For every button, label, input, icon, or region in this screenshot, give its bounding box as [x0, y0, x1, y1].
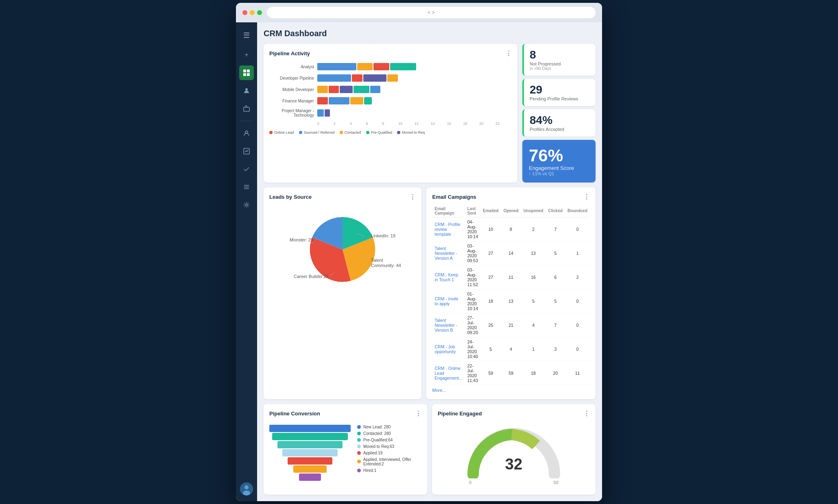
svg-point-10 [244, 485, 249, 489]
pipeline-menu-icon[interactable]: ⋮ [505, 50, 512, 57]
app-layout: ☰ + [236, 22, 602, 501]
sidebar-check-icon[interactable] [239, 162, 254, 176]
url-text: < > [428, 10, 434, 15]
right-stats: 8 Not Progressed in +60 Days 29 Pending … [522, 44, 596, 182]
funnel-label: Hired:1 [363, 468, 376, 473]
campaign-name[interactable]: CRM - Keep in Touch 1 [432, 265, 465, 289]
leads-card: Leads by Source ⋮ [264, 187, 421, 399]
bar-segment [387, 74, 398, 82]
clicked: 6 [546, 265, 565, 289]
maximize-button[interactable] [257, 10, 262, 15]
funnel-layer [293, 465, 327, 473]
col-campaign: Email Campaign [432, 205, 465, 217]
bar-axis: 0246810121416182022 [317, 122, 512, 126]
legend-item: Online Lead [269, 130, 294, 135]
emailed: 27 [480, 265, 501, 289]
sidebar-dashboard-icon[interactable] [239, 65, 254, 80]
svg-point-11 [243, 491, 250, 495]
funnel-label: New Lead: 280 [363, 425, 391, 429]
legend-label: Online Lead [274, 130, 294, 135]
funnel-dot [357, 432, 361, 435]
bar-row-label: Mobile Developer [269, 87, 314, 92]
legend-item: Moved to Req [397, 130, 425, 135]
col-clicked: Clicked [546, 205, 565, 217]
opened: 11 [501, 265, 521, 289]
bar-segments [317, 97, 512, 104]
col-unopened: Unopened [521, 205, 546, 217]
close-button[interactable] [242, 10, 247, 15]
email-table-body: CRM - Profile review template 04-Aug-202… [432, 217, 590, 385]
page-title: CRM Dashboard [264, 29, 596, 38]
funnel-layer [282, 449, 338, 456]
sidebar-list-icon[interactable] [239, 180, 254, 194]
funnel-legend-item: Contacted: 280 [357, 431, 421, 436]
engaged-menu-icon[interactable]: ⋮ [583, 410, 590, 417]
conversion-menu-icon[interactable]: ⋮ [415, 410, 421, 417]
table-row: CRM - Job opportunity 24-Jul-2020 10:40 … [432, 337, 590, 361]
sidebar-settings-icon[interactable] [239, 198, 254, 212]
pending-reviews-card: 29 Pending Profile Reviews [522, 79, 596, 106]
bar-row-label: Developer Pipeline [269, 76, 314, 80]
campaign-name[interactable]: Talent Newsletter - Version B [432, 313, 465, 337]
gauge-max: 50 [554, 480, 559, 485]
last-sent: 04-Aug-2020 10:14 [465, 217, 480, 241]
clicked: 3 [546, 337, 565, 361]
legend-dot [340, 131, 343, 134]
bar-segment [317, 97, 328, 104]
bar-segment [317, 86, 328, 93]
campaign-name[interactable]: Talent Newsletter - Version A [432, 241, 465, 265]
svg-text:Community: 44: Community: 44 [371, 263, 401, 268]
email-menu-icon[interactable]: ⋮ [583, 193, 590, 201]
emailed: 5 [480, 337, 501, 361]
funnel-dot [357, 460, 361, 463]
opened: 21 [501, 313, 521, 337]
minimize-button[interactable] [250, 10, 255, 15]
bounced: 1 [565, 241, 590, 265]
gauge-chart: 32 [465, 426, 563, 478]
svg-text:32: 32 [505, 456, 522, 473]
campaign-name[interactable]: CRM - Online Lead Engagement... [432, 361, 465, 385]
main-content: CRM Dashboard Pipeline Activity ⋮ Analys… [257, 22, 602, 501]
sidebar-avatar[interactable] [240, 482, 253, 495]
bar-row: Mobile Developer [269, 86, 512, 93]
sidebar-add-icon[interactable]: + [239, 48, 254, 62]
bar-segment [317, 63, 356, 70]
more-link[interactable]: More... [432, 388, 446, 393]
sidebar-person-icon[interactable] [239, 126, 254, 141]
bounced: 11 [565, 361, 590, 385]
bar-segment [352, 74, 362, 82]
funnel-dot [357, 469, 361, 472]
table-row: CRM - Online Lead Engagement... 22-Jul-2… [432, 361, 590, 385]
sidebar-menu-icon[interactable]: ☰ [239, 28, 254, 43]
pipeline-conversion-card: Pipeline Conversion ⋮ New Lead: 280Conta… [264, 404, 427, 495]
unopened: 18 [521, 361, 546, 385]
legend-label: Moved to Req [402, 130, 425, 135]
sidebar-people-icon[interactable] [239, 83, 254, 98]
svg-rect-2 [243, 73, 246, 76]
svg-text:Career Builder:22: Career Builder:22 [294, 274, 329, 279]
chart-legend: Online LeadSourced / ReferredContactedPr… [269, 130, 512, 135]
opened: 4 [501, 337, 521, 361]
table-row: Talent Newsletter - Version A 03-Aug-202… [432, 241, 590, 265]
funnel-label: Applied:19 [363, 451, 382, 455]
legend-dot [269, 131, 273, 134]
funnel-legend-item: Applied:19 [357, 451, 421, 455]
bounced: 0 [565, 289, 590, 313]
campaign-name[interactable]: CRM - Invite to apply [432, 289, 465, 313]
pipeline-conversion-title: Pipeline Conversion ⋮ [269, 410, 421, 417]
last-sent: 03-Aug-2020 11:52 [465, 265, 480, 289]
campaign-name[interactable]: CRM - Profile review template [432, 217, 465, 241]
leads-menu-icon[interactable]: ⋮ [409, 193, 416, 201]
pipeline-activity-title: Pipeline Activity ⋮ [269, 50, 512, 57]
campaign-name[interactable]: CRM - Job opportunity [432, 337, 465, 361]
svg-rect-3 [247, 73, 250, 76]
sidebar-briefcase-icon[interactable] [239, 101, 254, 116]
bar-segments [317, 63, 512, 70]
table-row: CRM - Keep in Touch 1 03-Aug-2020 11:52 … [432, 265, 590, 289]
profiles-accepted-number: 84% [530, 114, 590, 127]
bounced: 0 [565, 217, 590, 241]
email-campaigns-card: Email Campaigns ⋮ Email Campaign Last Se… [426, 187, 596, 399]
url-bar[interactable]: < > [267, 7, 596, 18]
sidebar-chart-icon[interactable] [239, 144, 254, 159]
funnel-visual [269, 425, 351, 481]
